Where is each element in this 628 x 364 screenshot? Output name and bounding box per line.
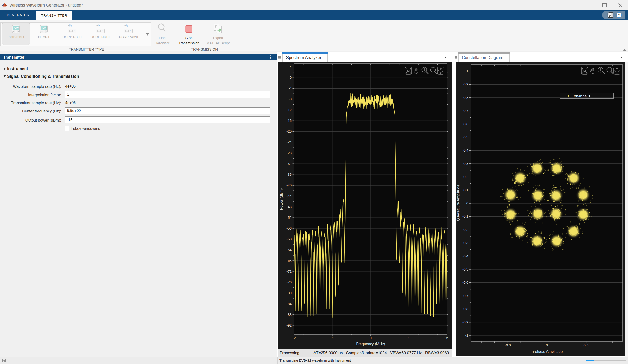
svg-text:-84: -84: [286, 302, 292, 306]
svg-text:4: 4: [290, 65, 292, 69]
svg-text:-0.6: -0.6: [462, 280, 468, 284]
svg-text:-36: -36: [286, 172, 292, 176]
svg-text:-88: -88: [286, 312, 292, 316]
svg-text:-44: -44: [286, 194, 292, 198]
svg-text:In-phase Amplitude: In-phase Amplitude: [531, 350, 563, 354]
svg-text:-68: -68: [286, 259, 292, 263]
svg-text:-0.1: -0.1: [462, 214, 468, 218]
svg-text:0.4: 0.4: [464, 148, 468, 152]
svg-text:?: ?: [618, 13, 620, 17]
svg-text:-2: -2: [293, 336, 296, 340]
svg-text:0.1: 0.1: [464, 188, 468, 192]
svg-text:0.6: 0.6: [464, 122, 468, 126]
svg-text:Channel 1: Channel 1: [574, 94, 590, 98]
svg-text:-52: -52: [286, 216, 292, 220]
svg-text:Quadrature Amplitude: Quadrature Amplitude: [456, 184, 460, 221]
svg-text:0.3: 0.3: [584, 343, 589, 347]
svg-text:-0.8: -0.8: [462, 307, 468, 311]
svg-text:0.9: 0.9: [464, 82, 468, 86]
svg-text:-72: -72: [286, 269, 292, 273]
svg-text:-40: -40: [286, 183, 292, 187]
svg-text:-92: -92: [286, 323, 292, 327]
svg-text:1: 1: [467, 69, 468, 73]
svg-text:0.2: 0.2: [464, 175, 468, 179]
svg-text:-76: -76: [286, 280, 292, 284]
svg-text:0: 0: [546, 343, 548, 347]
svg-text:-20: -20: [286, 129, 292, 133]
svg-text:-64: -64: [286, 248, 292, 252]
svg-text:0: 0: [290, 75, 292, 79]
svg-text:-28: -28: [286, 151, 292, 155]
svg-text:-4: -4: [289, 86, 292, 90]
svg-text:-80: -80: [286, 291, 292, 295]
svg-text:-0.2: -0.2: [462, 228, 468, 232]
svg-text:-0.7: -0.7: [462, 294, 468, 298]
svg-text:0: 0: [370, 336, 372, 340]
svg-text:2: 2: [446, 336, 448, 340]
svg-text:0: 0: [467, 201, 468, 205]
svg-text:-60: -60: [286, 237, 292, 241]
svg-text:-1: -1: [465, 333, 468, 337]
svg-text:-16: -16: [286, 119, 292, 122]
svg-text:Frequency (MHz): Frequency (MHz): [356, 342, 385, 346]
svg-text:-32: -32: [286, 162, 292, 166]
svg-text:-0.5: -0.5: [462, 267, 468, 271]
svg-text:-24: -24: [286, 140, 292, 144]
svg-text:1: 1: [408, 336, 410, 340]
svg-text:-0.3: -0.3: [505, 343, 511, 347]
svg-text:-48: -48: [286, 205, 292, 209]
svg-text:0.8: 0.8: [464, 96, 468, 100]
svg-text:-0.4: -0.4: [462, 254, 468, 258]
svg-text:-12: -12: [286, 108, 292, 112]
svg-text:-0.3: -0.3: [462, 241, 468, 245]
svg-text:-0.9: -0.9: [462, 320, 468, 324]
svg-text:0.3: 0.3: [464, 162, 468, 166]
svg-text:-1: -1: [331, 336, 334, 340]
svg-text:Power (dBm): Power (dBm): [279, 188, 283, 210]
svg-text:0.7: 0.7: [464, 109, 468, 113]
svg-text:0.5: 0.5: [464, 135, 468, 139]
svg-text:-56: -56: [286, 226, 292, 230]
svg-text:-8: -8: [289, 97, 292, 101]
